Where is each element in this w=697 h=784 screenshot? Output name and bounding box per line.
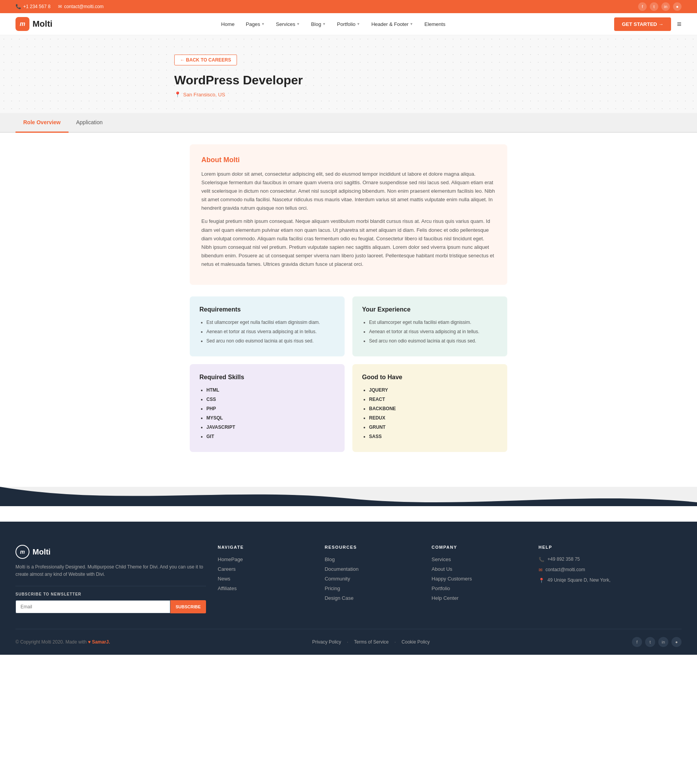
footer: m Molti Molti is a Professionally Design… xyxy=(0,522,697,655)
dribbble-icon-footer[interactable]: ● xyxy=(671,637,682,647)
nav-home[interactable]: Home xyxy=(216,18,239,30)
email-info: ✉ contact@molti.com xyxy=(58,4,103,9)
footer-divider xyxy=(15,586,206,586)
gth-redux: REDUX xyxy=(369,414,498,421)
footer-phone-number: +49 892 358 75 xyxy=(548,556,580,562)
nav-pages[interactable]: Pages ▼ xyxy=(241,18,270,30)
tab-role-overview[interactable]: Role Overview xyxy=(15,113,69,133)
privacy-policy-link[interactable]: Privacy Policy xyxy=(312,639,341,645)
experience-list: Est ullamcorper eget nulla facilisi etia… xyxy=(362,319,498,344)
nav-blog[interactable]: Blog ▼ xyxy=(306,18,330,30)
about-title: About Molti xyxy=(201,156,496,164)
nav-header-footer[interactable]: Header & Footer ▼ xyxy=(367,18,418,30)
newsletter-title: SUBSCRIBE TO NEWSLETTER xyxy=(15,592,206,596)
footer-navigate-col: NAVIGATE HomePage Careers News Affiliate… xyxy=(218,545,313,613)
requirements-card: Requirements Est ullamcorper eget nulla … xyxy=(190,296,345,356)
social-icons-topbar: f t in ● xyxy=(638,2,682,11)
location-icon: 📍 xyxy=(174,91,181,98)
instagram-icon-footer[interactable]: in xyxy=(658,637,668,647)
skill-html: HTML xyxy=(206,387,335,394)
facebook-icon-top[interactable]: f xyxy=(638,2,647,11)
twitter-icon-footer[interactable]: t xyxy=(645,637,655,647)
phone-icon: 📞 xyxy=(15,4,21,9)
tab-application[interactable]: Application xyxy=(69,113,111,133)
header: m Molti Home Pages ▼ Services ▼ Blog ▼ P… xyxy=(0,13,697,35)
navigate-title: NAVIGATE xyxy=(218,545,313,549)
footer-link-affiliates[interactable]: Affiliates xyxy=(218,585,313,591)
footer-link-services[interactable]: Services xyxy=(432,556,527,562)
instagram-icon-top[interactable]: in xyxy=(661,2,670,11)
help-title: HELP xyxy=(539,545,682,549)
footer-logo-icon: m xyxy=(15,545,29,559)
gth-grunt: GRUNT xyxy=(369,424,498,431)
footer-link-help-center[interactable]: Help Center xyxy=(432,595,527,601)
footer-link-careers[interactable]: Careers xyxy=(218,566,313,572)
footer-link-happy-customers[interactable]: Happy Customers xyxy=(432,576,527,582)
logo[interactable]: m Molti xyxy=(15,17,52,31)
footer-bottom-links: Privacy Policy · Terms of Service · Cook… xyxy=(312,639,429,645)
newsletter-email-input[interactable] xyxy=(15,600,170,613)
footer-copyright: © Copyright Molti 2020. Made with ♥ Sama… xyxy=(15,639,110,645)
heart-icon: ♥ xyxy=(88,639,92,645)
terms-link[interactable]: Terms of Service xyxy=(354,639,388,645)
back-to-careers-button[interactable]: ← BACK TO CAREERS xyxy=(174,55,237,65)
phone-info: 📞 +1 234 567 8 xyxy=(15,4,50,9)
footer-link-news[interactable]: News xyxy=(218,576,313,582)
footer-phone: 📞 +49 892 358 75 xyxy=(539,556,682,562)
logo-text: Molti xyxy=(33,19,52,29)
experience-title: Your Experience xyxy=(362,306,498,313)
gth-backbone: BACKBONE xyxy=(369,405,498,412)
exp-item-1: Est ullamcorper eget nulla facilisi etia… xyxy=(369,319,498,326)
exp-item-2: Aenean et tortor at risus viverra adipis… xyxy=(369,328,498,335)
nav-elements[interactable]: Elements xyxy=(420,18,450,30)
resources-title: RESOURCES xyxy=(324,545,420,549)
footer-wave xyxy=(0,487,697,506)
hamburger-icon[interactable]: ≡ xyxy=(677,20,682,29)
footer-top: m Molti Molti is a Professionally Design… xyxy=(15,545,682,613)
skill-mysql: MYSQL xyxy=(206,414,335,421)
footer-email-address: contact@molti.com xyxy=(546,567,585,572)
requirements-list: Est ullamcorper eget nulla facilisi etia… xyxy=(199,319,335,344)
newsletter-subscribe-button[interactable]: SUBSCRIBE xyxy=(170,600,206,613)
blog-arrow: ▼ xyxy=(322,22,326,26)
email-icon-footer: ✉ xyxy=(539,567,542,573)
nav-services[interactable]: Services ▼ xyxy=(271,18,305,30)
nav-portfolio[interactable]: Portfolio ▼ xyxy=(332,18,365,30)
skills-row: Required Skills HTML CSS PHP MYSQL JAVAS… xyxy=(190,364,507,452)
logo-icon: m xyxy=(15,17,29,31)
footer-link-design-case[interactable]: Design Case xyxy=(324,595,420,601)
email-icon: ✉ xyxy=(58,4,62,9)
top-bar: 📞 +1 234 567 8 ✉ contact@molti.com f t i… xyxy=(0,0,697,13)
footer-link-blog[interactable]: Blog xyxy=(324,556,420,562)
gth-sass: SASS xyxy=(369,433,498,440)
req-item-2: Aenean et tortor at risus viverra adipis… xyxy=(206,328,335,335)
cookie-policy-link[interactable]: Cookie Policy xyxy=(402,639,430,645)
footer-address-text: 49 Uniqe Square D, New York, xyxy=(548,577,611,583)
about-card: About Molti Lorem ipsum dolor sit amet, … xyxy=(190,144,507,285)
good-to-have-title: Good to Have xyxy=(362,374,498,381)
made-by-samar: SamarJ. xyxy=(92,639,110,645)
footer-link-homepage[interactable]: HomePage xyxy=(218,556,313,562)
twitter-icon-top[interactable]: t xyxy=(650,2,658,11)
top-bar-left: 📞 +1 234 567 8 ✉ contact@molti.com xyxy=(15,4,104,9)
footer-link-portfolio[interactable]: Portfolio xyxy=(432,585,527,591)
skill-javascript: JAVASCRIPT xyxy=(206,424,335,431)
hf-arrow: ▼ xyxy=(410,22,413,26)
job-location: 📍 San Fransisco, US xyxy=(174,91,523,98)
footer-link-pricing[interactable]: Pricing xyxy=(324,585,420,591)
phone-icon-footer: 📞 xyxy=(539,557,544,562)
tabs-bar: Role Overview Application xyxy=(0,113,697,133)
req-item-1: Est ullamcorper eget nulla facilisi etia… xyxy=(206,319,335,326)
footer-link-community[interactable]: Community xyxy=(324,576,420,582)
location-text: San Fransisco, US xyxy=(183,92,225,98)
dribbble-icon-top[interactable]: ● xyxy=(673,2,682,11)
footer-link-documentation[interactable]: Documentation xyxy=(324,566,420,572)
get-started-button[interactable]: GET STARTED → xyxy=(614,17,671,31)
facebook-icon-footer[interactable]: f xyxy=(632,637,642,647)
about-brand: Molti xyxy=(223,156,240,164)
footer-link-about-us[interactable]: About Us xyxy=(432,566,527,572)
newsletter-form: SUBSCRIBE xyxy=(15,600,206,613)
experience-card: Your Experience Est ullamcorper eget nul… xyxy=(352,296,507,356)
footer-social-icons: f t in ● xyxy=(632,637,682,647)
footer-logo: m Molti xyxy=(15,545,206,559)
